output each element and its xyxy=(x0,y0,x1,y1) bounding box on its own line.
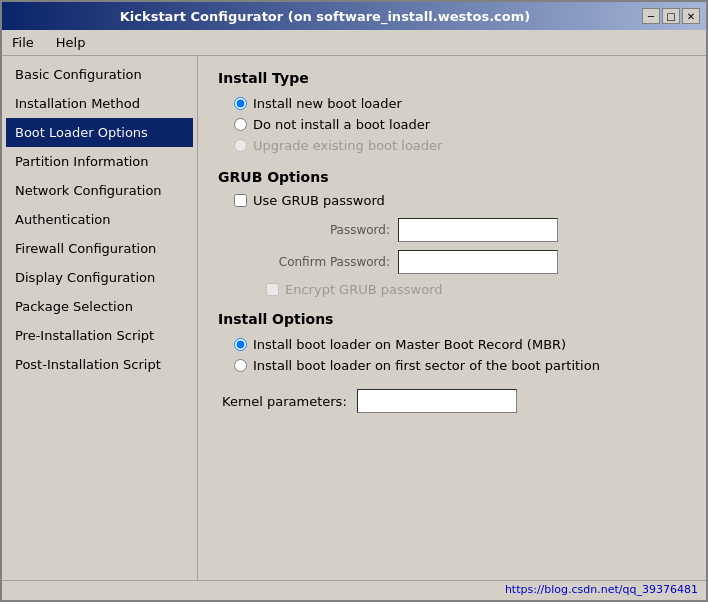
menu-file[interactable]: File xyxy=(6,33,40,52)
use-grub-password-checkbox[interactable] xyxy=(234,194,247,207)
radio-do-not-install-label: Do not install a boot loader xyxy=(253,117,430,132)
radio-first-sector-label: Install boot loader on first sector of t… xyxy=(253,358,600,373)
menu-help[interactable]: Help xyxy=(50,33,92,52)
sidebar-item-boot-loader[interactable]: Boot Loader Options xyxy=(6,118,193,147)
menubar: File Help xyxy=(2,30,706,56)
kernel-params-label: Kernel parameters: xyxy=(222,394,347,409)
sidebar-item-authentication[interactable]: Authentication xyxy=(6,205,193,234)
encrypt-grub-checkbox[interactable] xyxy=(266,283,279,296)
radio-row-install-new: Install new boot loader xyxy=(234,96,686,111)
confirm-password-input[interactable] xyxy=(398,250,558,274)
sidebar-item-pre-install[interactable]: Pre-Installation Script xyxy=(6,321,193,350)
confirm-password-label: Confirm Password: xyxy=(250,255,390,269)
radio-install-new-label: Install new boot loader xyxy=(253,96,402,111)
main-window: Kickstart Configurator (on software_inst… xyxy=(0,0,708,602)
install-type-radio-group: Install new boot loader Do not install a… xyxy=(234,96,686,153)
window-title: Kickstart Configurator (on software_inst… xyxy=(8,9,642,24)
statusbar: https://blog.csdn.net/qq_39376481 xyxy=(2,580,706,600)
sidebar-item-install-method[interactable]: Installation Method xyxy=(6,89,193,118)
grub-options-title: GRUB Options xyxy=(218,169,686,185)
status-url: https://blog.csdn.net/qq_39376481 xyxy=(505,583,698,596)
minimize-button[interactable]: ─ xyxy=(642,8,660,24)
radio-upgrade[interactable] xyxy=(234,139,247,152)
password-grid: Password: Confirm Password: xyxy=(250,218,686,274)
radio-first-sector[interactable] xyxy=(234,359,247,372)
password-input[interactable] xyxy=(398,218,558,242)
install-options-title: Install Options xyxy=(218,311,686,327)
radio-row-first-sector: Install boot loader on first sector of t… xyxy=(234,358,686,373)
sidebar-item-network-config[interactable]: Network Configuration xyxy=(6,176,193,205)
sidebar: Basic Configuration Installation Method … xyxy=(2,56,198,580)
maximize-button[interactable]: □ xyxy=(662,8,680,24)
sidebar-item-partition-info[interactable]: Partition Information xyxy=(6,147,193,176)
radio-row-mbr: Install boot loader on Master Boot Recor… xyxy=(234,337,686,352)
titlebar: Kickstart Configurator (on software_inst… xyxy=(2,2,706,30)
sidebar-item-firewall-config[interactable]: Firewall Configuration xyxy=(6,234,193,263)
use-grub-password-label: Use GRUB password xyxy=(253,193,385,208)
sidebar-item-display-config[interactable]: Display Configuration xyxy=(6,263,193,292)
radio-mbr-label: Install boot loader on Master Boot Recor… xyxy=(253,337,566,352)
content-area: Basic Configuration Installation Method … xyxy=(2,56,706,580)
sidebar-item-package-selection[interactable]: Package Selection xyxy=(6,292,193,321)
sidebar-item-post-install[interactable]: Post-Installation Script xyxy=(6,350,193,379)
radio-mbr[interactable] xyxy=(234,338,247,351)
install-options-section: Install Options Install boot loader on M… xyxy=(218,311,686,413)
kernel-params-input[interactable] xyxy=(357,389,517,413)
titlebar-buttons: ─ □ ✕ xyxy=(642,8,700,24)
sidebar-item-basic-config[interactable]: Basic Configuration xyxy=(6,60,193,89)
close-button[interactable]: ✕ xyxy=(682,8,700,24)
radio-row-upgrade: Upgrade existing boot loader xyxy=(234,138,686,153)
radio-upgrade-label: Upgrade existing boot loader xyxy=(253,138,442,153)
radio-install-new[interactable] xyxy=(234,97,247,110)
encrypt-grub-label: Encrypt GRUB password xyxy=(285,282,443,297)
install-options-radio-group: Install boot loader on Master Boot Recor… xyxy=(234,337,686,373)
encrypt-grub-row: Encrypt GRUB password xyxy=(266,282,686,297)
radio-row-do-not-install: Do not install a boot loader xyxy=(234,117,686,132)
install-type-title: Install Type xyxy=(218,70,686,86)
main-panel: Install Type Install new boot loader Do … xyxy=(198,56,706,580)
radio-do-not-install[interactable] xyxy=(234,118,247,131)
password-label: Password: xyxy=(250,223,390,237)
use-grub-password-row: Use GRUB password xyxy=(234,193,686,208)
grub-options-section: GRUB Options Use GRUB password Password:… xyxy=(218,169,686,297)
kernel-params-row: Kernel parameters: xyxy=(222,389,686,413)
